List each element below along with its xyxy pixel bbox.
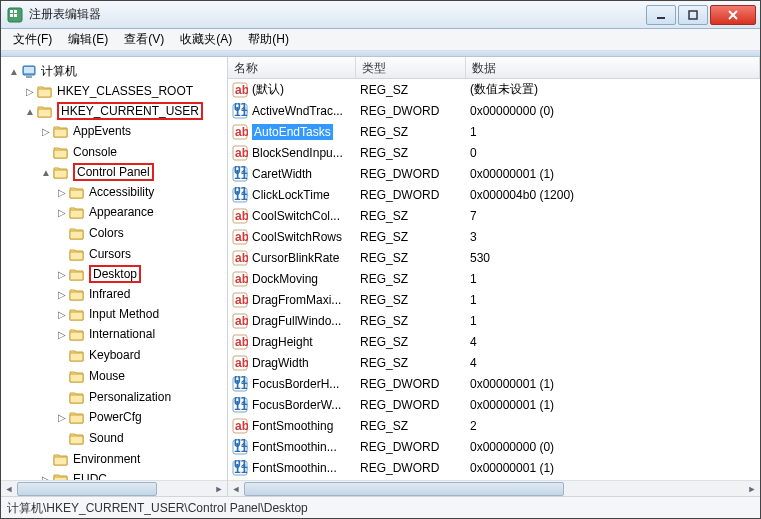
maximize-button[interactable] <box>678 5 708 25</box>
menu-file[interactable]: 文件(F) <box>7 29 58 50</box>
list-row[interactable]: FocusBorderH... REG_DWORD 0x00000001 (1) <box>228 373 760 394</box>
cell-name[interactable]: FocusBorderH... <box>228 376 356 392</box>
tree-appearance[interactable]: ▷Appearance <box>1 202 227 222</box>
tree-keyboard[interactable]: Keyboard <box>1 345 227 365</box>
tree-cursors[interactable]: Cursors <box>1 244 227 264</box>
cell-name[interactable]: FontSmoothin... <box>228 460 356 476</box>
list-row[interactable]: DragFullWindo... REG_SZ 1 <box>228 310 760 331</box>
tree-controlpanel-label[interactable]: Control Panel <box>73 163 154 181</box>
scroll-left-icon[interactable]: ◄ <box>228 481 244 497</box>
tree-infrared[interactable]: ▷Infrared <box>1 284 227 304</box>
tree-mouse[interactable]: Mouse <box>1 366 227 386</box>
tree-twist-icon[interactable]: ▲ <box>39 167 53 178</box>
cell-name[interactable]: AutoEndTasks <box>228 124 356 140</box>
menu-help[interactable]: 帮助(H) <box>242 29 295 50</box>
list-row[interactable]: CursorBlinkRate REG_SZ 530 <box>228 247 760 268</box>
list-row[interactable]: DragWidth REG_SZ 4 <box>228 352 760 373</box>
cell-name[interactable]: CursorBlinkRate <box>228 250 356 266</box>
tree-twist-icon[interactable]: ▷ <box>55 269 69 280</box>
tree-twist-icon[interactable]: ▷ <box>55 289 69 300</box>
minimize-button[interactable] <box>646 5 676 25</box>
tree-accessibility[interactable]: ▷Accessibility <box>1 182 227 202</box>
list-row[interactable]: CoolSwitchCol... REG_SZ 7 <box>228 205 760 226</box>
tree-twist-icon[interactable]: ▷ <box>55 329 69 340</box>
tree-sound[interactable]: Sound <box>1 428 227 448</box>
cell-name[interactable]: DockMoving <box>228 271 356 287</box>
col-type[interactable]: 类型 <box>356 57 466 78</box>
tree-console-label[interactable]: Console <box>73 145 117 159</box>
tree-accessibility-label[interactable]: Accessibility <box>89 185 154 199</box>
cell-name[interactable]: DragWidth <box>228 355 356 371</box>
tree-twist-icon[interactable]: ▲ <box>23 106 37 117</box>
scroll-right-icon[interactable]: ► <box>211 481 227 496</box>
menu-edit[interactable]: 编辑(E) <box>62 29 114 50</box>
list-row[interactable]: FocusBorderW... REG_DWORD 0x00000001 (1) <box>228 394 760 415</box>
tree-twist-icon[interactable]: ▷ <box>55 309 69 320</box>
list-row[interactable]: ActiveWndTrac... REG_DWORD 0x00000000 (0… <box>228 100 760 121</box>
tree-powercfg-label[interactable]: PowerCfg <box>89 410 142 424</box>
cell-name[interactable]: (默认) <box>228 81 356 98</box>
list-hscrollbar[interactable]: ◄ ► <box>228 480 760 496</box>
scroll-right-icon[interactable]: ► <box>744 481 760 497</box>
tree-hkcr[interactable]: ▷HKEY_CLASSES_ROOT <box>1 81 227 101</box>
tree-environment[interactable]: Environment <box>1 449 227 469</box>
list-body[interactable]: (默认) REG_SZ (数值未设置) ActiveWndTrac... REG… <box>228 79 760 480</box>
tree-desktop[interactable]: ▷Desktop <box>1 264 227 284</box>
list-row[interactable]: ClickLockTime REG_DWORD 0x000004b0 (1200… <box>228 184 760 205</box>
list-row[interactable]: AutoEndTasks REG_SZ 1 <box>228 121 760 142</box>
tree-hscroll-thumb[interactable] <box>17 482 157 496</box>
tree-keyboard-label[interactable]: Keyboard <box>89 348 140 362</box>
tree-twist-icon[interactable]: ▷ <box>55 207 69 218</box>
cell-name[interactable]: DragFromMaxi... <box>228 292 356 308</box>
menu-view[interactable]: 查看(V) <box>118 29 170 50</box>
tree-cursors-label[interactable]: Cursors <box>89 247 131 261</box>
tree-hkcu-label[interactable]: HKEY_CURRENT_USER <box>57 102 203 120</box>
tree-hkcu[interactable]: ▲HKEY_CURRENT_USER <box>1 101 227 121</box>
tree-colors-label[interactable]: Colors <box>89 226 124 240</box>
tree-personalization-label[interactable]: Personalization <box>89 390 171 404</box>
tree-pane[interactable]: ▲计算机▷HKEY_CLASSES_ROOT▲HKEY_CURRENT_USER… <box>1 57 228 496</box>
cell-name[interactable]: ActiveWndTrac... <box>228 103 356 119</box>
tree-appevents-label[interactable]: AppEvents <box>73 124 131 138</box>
tree-twist-icon[interactable]: ▷ <box>39 126 53 137</box>
tree-colors[interactable]: Colors <box>1 223 227 243</box>
cell-name[interactable]: DragFullWindo... <box>228 313 356 329</box>
tree-hkcr-label[interactable]: HKEY_CLASSES_ROOT <box>57 84 193 98</box>
tree-infrared-label[interactable]: Infrared <box>89 287 130 301</box>
tree-appearance-label[interactable]: Appearance <box>89 205 154 219</box>
list-row[interactable]: DragHeight REG_SZ 4 <box>228 331 760 352</box>
list-row[interactable]: DragFromMaxi... REG_SZ 1 <box>228 289 760 310</box>
cell-name[interactable]: FontSmoothin... <box>228 439 356 455</box>
list-row[interactable]: FontSmoothin... REG_DWORD 0x00000001 (1) <box>228 457 760 478</box>
menu-favorites[interactable]: 收藏夹(A) <box>174 29 238 50</box>
tree-personalization[interactable]: Personalization <box>1 387 227 407</box>
cell-name[interactable]: BlockSendInpu... <box>228 145 356 161</box>
tree-inputmethod-label[interactable]: Input Method <box>89 307 159 321</box>
close-button[interactable] <box>710 5 756 25</box>
tree-sound-label[interactable]: Sound <box>89 431 124 445</box>
list-row[interactable]: CaretWidth REG_DWORD 0x00000001 (1) <box>228 163 760 184</box>
tree-twist-icon[interactable]: ▷ <box>23 86 37 97</box>
tree-desktop-label[interactable]: Desktop <box>89 265 141 283</box>
tree-twist-icon[interactable]: ▲ <box>7 66 21 77</box>
tree-environment-label[interactable]: Environment <box>73 452 140 466</box>
cell-name[interactable]: CoolSwitchRows <box>228 229 356 245</box>
cell-name[interactable]: CoolSwitchCol... <box>228 208 356 224</box>
tree-root[interactable]: ▲计算机 <box>1 61 227 81</box>
list-row[interactable]: FontSmoothing REG_SZ 2 <box>228 415 760 436</box>
cell-name[interactable]: DragHeight <box>228 334 356 350</box>
list-row[interactable]: (默认) REG_SZ (数值未设置) <box>228 79 760 100</box>
tree-international-label[interactable]: International <box>89 327 155 341</box>
list-row[interactable]: BlockSendInpu... REG_SZ 0 <box>228 142 760 163</box>
tree-mouse-label[interactable]: Mouse <box>89 369 125 383</box>
scroll-left-icon[interactable]: ◄ <box>1 481 17 496</box>
tree-inputmethod[interactable]: ▷Input Method <box>1 304 227 324</box>
list-row[interactable]: DockMoving REG_SZ 1 <box>228 268 760 289</box>
tree-twist-icon[interactable]: ▷ <box>55 187 69 198</box>
tree-console[interactable]: Console <box>1 142 227 162</box>
cell-name[interactable]: FocusBorderW... <box>228 397 356 413</box>
tree-powercfg[interactable]: ▷PowerCfg <box>1 407 227 427</box>
tree-root-label[interactable]: 计算机 <box>41 63 77 80</box>
tree-controlpanel[interactable]: ▲Control Panel <box>1 162 227 182</box>
tree-hscrollbar[interactable]: ◄ ► <box>1 480 227 496</box>
